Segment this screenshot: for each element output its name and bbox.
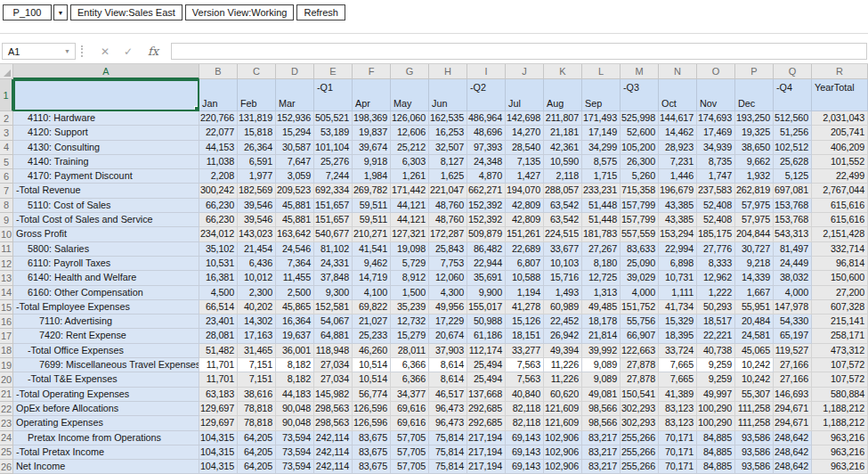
- cell-N15[interactable]: 41,734: [659, 300, 697, 315]
- cell-I19[interactable]: 25,494: [467, 358, 506, 372]
- cell-J7[interactable]: 194,070: [506, 184, 544, 198]
- cell-N4[interactable]: 28,923: [659, 141, 697, 155]
- cell-B13[interactable]: 16,381: [199, 271, 238, 285]
- cell-B7[interactable]: 300,242: [199, 184, 238, 198]
- cell-E14[interactable]: 9,300: [314, 286, 353, 300]
- cell-Q4[interactable]: 102,512: [774, 141, 812, 155]
- cell-Q7[interactable]: 697,081: [774, 184, 812, 198]
- cell-E9[interactable]: 151,657: [314, 213, 353, 227]
- cell-I16[interactable]: 50,988: [467, 315, 506, 329]
- cell-P25[interactable]: 93,586: [735, 445, 774, 460]
- cell-K12[interactable]: 10,103: [544, 257, 582, 271]
- cell-E21[interactable]: 145,982: [314, 388, 353, 402]
- cell-N19[interactable]: 7,665: [659, 358, 697, 372]
- cell-E11[interactable]: 81,102: [314, 242, 353, 257]
- cell-G24[interactable]: 57,705: [391, 431, 429, 445]
- cell-O2[interactable]: 174,693: [697, 111, 735, 126]
- cell-Q6[interactable]: 5,125: [774, 169, 812, 184]
- cell-L7[interactable]: 233,231: [582, 184, 621, 198]
- cell-J11[interactable]: 22,689: [506, 242, 544, 257]
- cell-J2[interactable]: 142,698: [506, 111, 544, 126]
- row-header-6[interactable]: 6: [0, 169, 13, 184]
- cell-N7[interactable]: 196,679: [659, 184, 697, 198]
- cell-Q21[interactable]: 146,693: [774, 388, 812, 402]
- cell-N20[interactable]: 7,665: [659, 372, 697, 387]
- cell-E17[interactable]: 64,881: [314, 329, 353, 343]
- cell-B22[interactable]: 129,697: [199, 402, 238, 416]
- cell-F7[interactable]: 269,782: [353, 184, 391, 198]
- cell-F2[interactable]: 198,369: [353, 111, 391, 126]
- cell-A21[interactable]: -Total Operating Expenses: [13, 388, 199, 402]
- cell-N9[interactable]: 43,385: [659, 213, 697, 227]
- cell-R4[interactable]: 406,209: [812, 141, 868, 155]
- cell-D21[interactable]: 44,183: [276, 388, 314, 402]
- cell-A1-selected[interactable]: [13, 79, 199, 111]
- cell-K20[interactable]: 11,226: [544, 372, 582, 387]
- cell-F9[interactable]: 59,511: [353, 213, 391, 227]
- cell-I8[interactable]: 152,392: [467, 199, 506, 213]
- cell-J24[interactable]: 69,143: [506, 431, 544, 445]
- cell-K22[interactable]: 121,609: [544, 402, 582, 416]
- cell-K11[interactable]: 33,677: [544, 242, 582, 257]
- cell-I23[interactable]: 292,685: [467, 416, 506, 430]
- cell-I20[interactable]: 25,494: [467, 372, 506, 387]
- cell-L10[interactable]: 181,783: [582, 227, 621, 241]
- insert-function-icon[interactable]: fx: [144, 43, 162, 60]
- cell-K13[interactable]: 15,716: [544, 271, 582, 285]
- cell-R23[interactable]: 1,188,212: [812, 416, 868, 430]
- cell-G10[interactable]: 127,321: [391, 227, 429, 241]
- cell-E6[interactable]: 7,244: [314, 169, 353, 184]
- cell-O10[interactable]: 185,175: [697, 227, 735, 241]
- cell-Q19[interactable]: 27,166: [774, 358, 812, 372]
- cell-B10[interactable]: 234,012: [199, 227, 238, 241]
- cell-R16[interactable]: 215,141: [812, 315, 868, 329]
- cell-Q25[interactable]: 248,642: [774, 445, 812, 460]
- cell-P9[interactable]: 57,975: [735, 213, 774, 227]
- cell-N10[interactable]: 153,294: [659, 227, 697, 241]
- cell-M26[interactable]: 255,266: [621, 460, 659, 474]
- cell-L24[interactable]: 83,217: [582, 431, 621, 445]
- cell-I24[interactable]: 217,194: [467, 431, 506, 445]
- cell-C25[interactable]: 64,205: [238, 445, 276, 460]
- cell-R25[interactable]: 963,216: [812, 445, 868, 460]
- cell-L16[interactable]: 18,178: [582, 315, 621, 329]
- cell-I11[interactable]: 86,482: [467, 242, 506, 257]
- cell-L1[interactable]: Sep: [582, 79, 621, 111]
- cell-J20[interactable]: 7,563: [506, 372, 544, 387]
- cell-O8[interactable]: 52,408: [697, 199, 735, 213]
- cell-Q2[interactable]: 512,560: [774, 111, 812, 126]
- cell-D15[interactable]: 45,865: [276, 300, 314, 315]
- cell-A2[interactable]: 4110: Hardware: [13, 111, 199, 126]
- cell-N18[interactable]: 33,724: [659, 344, 697, 358]
- cell-G23[interactable]: 69,616: [391, 416, 429, 430]
- cell-P10[interactable]: 204,844: [735, 227, 774, 241]
- cell-B2[interactable]: 220,766: [199, 111, 238, 126]
- cell-P20[interactable]: 10,242: [735, 372, 774, 387]
- row-header-12[interactable]: 12: [0, 257, 13, 271]
- cell-K23[interactable]: 121,609: [544, 416, 582, 430]
- cell-I15[interactable]: 155,017: [467, 300, 506, 315]
- cell-D10[interactable]: 163,642: [276, 227, 314, 241]
- cell-M24[interactable]: 255,266: [621, 431, 659, 445]
- cell-I10[interactable]: 509,879: [467, 227, 506, 241]
- cell-J10[interactable]: 151,261: [506, 227, 544, 241]
- cell-M12[interactable]: 25,090: [621, 257, 659, 271]
- cell-G12[interactable]: 5,729: [391, 257, 429, 271]
- cell-R24[interactable]: 963,216: [812, 431, 868, 445]
- cell-H21[interactable]: 46,517: [429, 388, 467, 402]
- cell-H24[interactable]: 75,814: [429, 431, 467, 445]
- cell-N3[interactable]: 14,462: [659, 126, 697, 140]
- cell-H25[interactable]: 75,814: [429, 445, 467, 460]
- cell-Q24[interactable]: 248,642: [774, 431, 812, 445]
- cell-C18[interactable]: 31,465: [238, 344, 276, 358]
- cell-D4[interactable]: 30,587: [276, 141, 314, 155]
- row-header-8[interactable]: 8: [0, 199, 13, 213]
- cell-D19[interactable]: 8,182: [276, 358, 314, 372]
- cell-B17[interactable]: 28,081: [199, 329, 238, 343]
- cell-E13[interactable]: 37,848: [314, 271, 353, 285]
- column-header-P[interactable]: P: [735, 64, 774, 79]
- cell-Q9[interactable]: 153,768: [774, 213, 812, 227]
- cell-J14[interactable]: 1,194: [506, 286, 544, 300]
- cell-B1[interactable]: Jan: [199, 79, 238, 111]
- cell-M5[interactable]: 26,300: [621, 155, 659, 169]
